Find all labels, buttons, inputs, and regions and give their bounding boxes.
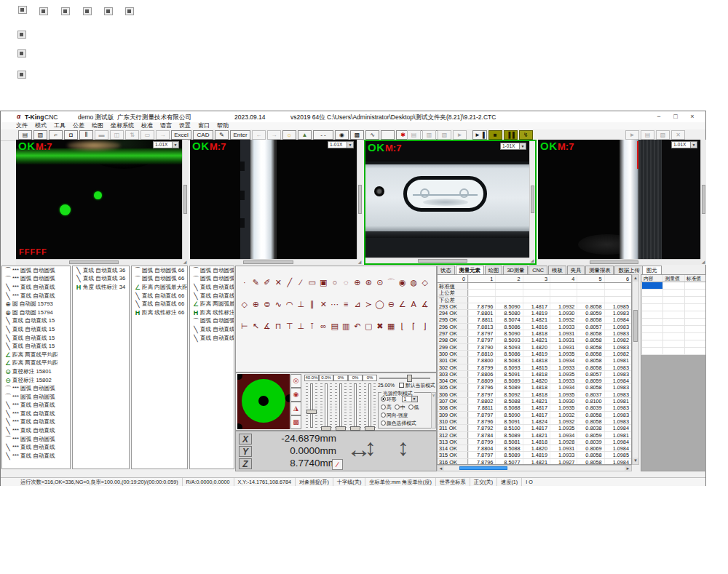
status-io[interactable]: I O <box>521 478 537 486</box>
tool-icon[interactable]: ⌋ <box>419 320 431 332</box>
save-result-button[interactable]: ▤ <box>407 130 421 140</box>
tool-icon[interactable]: ⊛ <box>363 276 375 288</box>
tool-icon[interactable]: ▤ <box>329 320 341 332</box>
jog-xy-vertical-icon[interactable]: ↕ <box>365 434 376 461</box>
element-row[interactable] <box>641 319 705 326</box>
tool-icon[interactable]: ∕ <box>296 276 307 288</box>
table-row[interactable]: 301 OK7.88008.50831.48181.09340.80581.09… <box>438 357 631 364</box>
list-item[interactable]: ∠距离 两直线平均距 <box>2 359 70 368</box>
run-to-end-button[interactable]: ►▐ <box>472 130 487 140</box>
camera-2-zoom-select[interactable]: 1-01X▼ <box>328 141 354 148</box>
enter-button[interactable]: Enter <box>230 130 250 140</box>
table-row[interactable]: 297 OK7.87978.50901.48181.09310.80581.09… <box>438 330 631 337</box>
list-item[interactable]: ⌒圆弧 自动圆弧 66 <box>132 275 187 284</box>
list-item[interactable]: ╲直线 自动直线 66 <box>132 300 187 308</box>
tool-icon[interactable]: ✖ <box>374 320 386 332</box>
tab-夹具[interactable]: 夹具 <box>567 266 585 274</box>
camera-panel-4[interactable]: OK M:7 1-01X▼ ◢ <box>538 140 706 265</box>
list-item[interactable]: ⊖直径标注 15801 <box>2 367 70 376</box>
menu-设置[interactable]: 设置 <box>175 122 194 129</box>
camera-2-hscrollbar[interactable] <box>190 259 357 265</box>
list-item[interactable]: ⌒圆弧 自动圆弧 66 <box>132 266 187 275</box>
table-row[interactable]: 293 OK7.87968.50901.48171.09320.80581.09… <box>438 303 631 310</box>
desktop-icon[interactable] <box>104 7 113 15</box>
list-item[interactable]: ╲直线 自动直线 66 <box>132 292 187 300</box>
table-row[interactable]: 309 OK7.87978.50901.48171.09320.80581.09… <box>438 412 631 418</box>
jog-diagonal-button[interactable]: ∕ <box>332 459 343 470</box>
tool-icon[interactable]: ⌒ <box>386 276 397 288</box>
list-item[interactable]: ╲直线 自动直线 36 <box>73 266 129 275</box>
table-row[interactable]: 296 OK7.88138.50861.48161.09330.80571.09… <box>438 324 631 330</box>
camera-1-resize-grip[interactable]: ◢ <box>182 259 188 265</box>
list-item[interactable]: ⌒圆弧 自动圆弧 55 <box>190 266 234 275</box>
list-item[interactable]: ⌒圆弧 自动圆弧 55 <box>190 275 234 284</box>
table-fixed-row[interactable]: 下公差 <box>438 297 631 303</box>
step-back-button[interactable]: ← <box>252 130 266 140</box>
camera-1-zoom-select[interactable]: 1-01X▼ <box>153 141 179 148</box>
list-item[interactable]: ⌒圆弧 自动圆弧 55 <box>190 317 234 326</box>
tool-icon[interactable]: ✕ <box>273 276 285 288</box>
menu-模式[interactable]: 模式 <box>31 122 50 129</box>
tool-icon[interactable]: ∥ <box>306 298 318 310</box>
tool-icon[interactable]: ○ <box>329 276 341 288</box>
light-mode-coax-button[interactable]: ◉ <box>290 388 301 402</box>
list-item[interactable]: ╲*** 直线 自动直线 <box>2 452 70 461</box>
tool-icon[interactable]: ◠ <box>284 298 296 310</box>
tool-icon[interactable]: ◇ <box>239 298 250 310</box>
list-item[interactable]: H角度 线性标注 34 <box>73 283 129 292</box>
table-row[interactable]: 312 OK7.87848.50891.48211.09340.80591.09… <box>438 432 631 439</box>
tool-icon[interactable]: ✎ <box>250 276 262 288</box>
table-row[interactable]: 308 OK7.88118.50881.48171.09350.80391.09… <box>438 404 631 411</box>
play-button[interactable]: ► <box>453 130 467 140</box>
print-button[interactable]: ▥ <box>422 130 436 140</box>
element-row[interactable] <box>641 297 705 304</box>
status-object-snap[interactable]: 对象捕捉(开) <box>295 478 333 486</box>
element-row[interactable] <box>641 348 705 355</box>
list-item[interactable]: ⌒*** 圆弧 自动圆弧 <box>2 384 70 393</box>
table-row[interactable]: 300 OK7.88108.50861.48191.09350.80581.09… <box>438 351 631 357</box>
maximize-button[interactable]: □ <box>668 112 683 121</box>
tool-icon[interactable]: ⊥ <box>296 320 307 332</box>
list-item[interactable]: ╲*** 直线 自动直线 <box>2 418 70 427</box>
stop-button[interactable]: ■ <box>488 130 502 140</box>
list-item[interactable]: H距离 线性标注 55 <box>190 308 234 317</box>
list-item[interactable]: ⊕圆 自动圆 15793 <box>2 300 70 308</box>
tool-icon[interactable]: ≡ <box>341 298 352 310</box>
light-slider[interactable]: 0.0% <box>319 375 333 430</box>
table-fixed-row[interactable]: 标准值 <box>438 283 631 290</box>
list-item[interactable]: ∠距离 两直线平均距 <box>2 351 70 359</box>
table-row[interactable]: 306 OK7.87978.50921.48181.09350.80371.09… <box>438 391 631 398</box>
tool-icon[interactable]: ⊕ <box>250 298 262 310</box>
list-item[interactable]: ╲直线 自动直线 55 <box>190 325 234 334</box>
camera-3-image[interactable] <box>365 141 529 258</box>
tool-icon[interactable]: · <box>239 276 250 288</box>
play-2-button[interactable]: ► <box>625 130 639 140</box>
camera-3-hscrollbar[interactable] <box>365 258 529 263</box>
slider-track[interactable] <box>310 383 313 428</box>
table-row[interactable]: 304 OK7.88098.50891.48201.09330.80591.09… <box>438 378 631 384</box>
tool-icon[interactable]: ∿ <box>273 298 285 310</box>
element-row[interactable] <box>641 333 705 340</box>
light-slider[interactable]: 0% <box>348 375 363 430</box>
camera-panel-1[interactable]: FFFFF OK M:7 1-01X▼ ◢ <box>16 140 188 265</box>
list-item[interactable]: ╲直线 自动直线 15 <box>2 342 70 351</box>
tool-icon[interactable]: ▣ <box>318 276 330 288</box>
scroll-right-icon[interactable]: ► <box>625 466 631 471</box>
excel-export-button[interactable]: Excel <box>171 130 191 140</box>
close-button[interactable]: × <box>685 112 700 121</box>
list-item[interactable]: ╲直线 自动直线 15 <box>2 325 70 334</box>
desktop-icon[interactable] <box>61 7 70 15</box>
list-item[interactable]: ╲*** 直线 自动直线 <box>2 443 70 452</box>
list-item[interactable]: ╲直线 自动直线 55 <box>190 292 234 300</box>
jog-z-icon[interactable]: ↕ <box>397 434 409 461</box>
tool-icon[interactable]: ◌ <box>341 276 352 288</box>
radio-颜色选择模式[interactable] <box>381 420 386 426</box>
light-slider[interactable]: 40.0% <box>304 375 319 430</box>
slider-track[interactable] <box>325 383 328 428</box>
element-row[interactable] <box>641 311 705 319</box>
table-row[interactable]: 303 OK7.88068.50911.48181.09350.80571.09… <box>438 371 631 378</box>
menu-工具[interactable]: 工具 <box>50 122 69 129</box>
split-view-button[interactable]: ◫ <box>110 130 124 140</box>
table-fixed-row[interactable]: 上公差 <box>438 290 631 296</box>
radio-高[interactable] <box>381 404 386 410</box>
